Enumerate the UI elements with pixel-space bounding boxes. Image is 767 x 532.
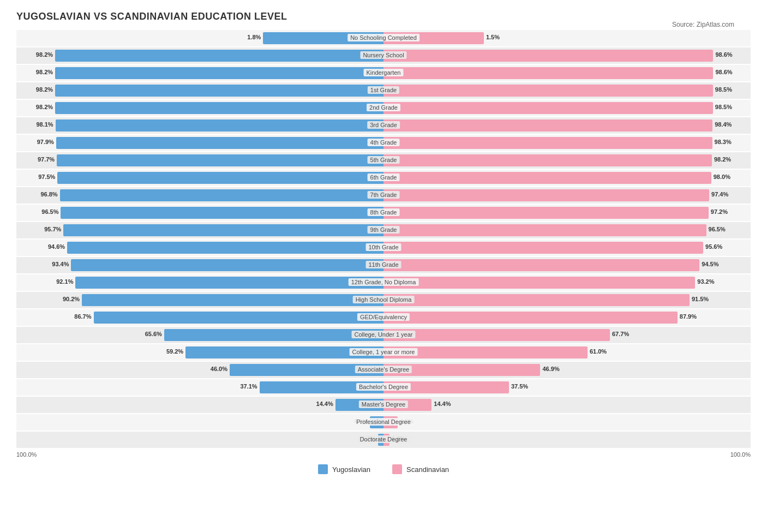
bar-value-left: 92.1% <box>56 278 73 285</box>
bar-label: Nursery School <box>360 51 406 59</box>
bar-label: 4th Grade <box>368 139 400 146</box>
bar-label: Doctorate Degree <box>357 435 410 443</box>
bar-label: 12th Grade, No Diploma <box>349 278 419 286</box>
bar-value-left: 98.2% <box>36 69 53 75</box>
bar-value-left: 37.1% <box>240 383 257 390</box>
bar-value-right: 14.4% <box>434 401 451 407</box>
bar-label: No Schooling Completed <box>347 34 420 41</box>
bar-label: 9th Grade <box>368 226 400 234</box>
bar-value-right: 97.2% <box>711 208 728 215</box>
bar-value-left: 98.2% <box>36 86 53 93</box>
bar-row: 37.1%37.5%Bachelor's Degree <box>16 379 751 396</box>
bar-value-left: 97.9% <box>37 139 54 145</box>
bar-value-right: 87.9% <box>680 313 697 320</box>
bar-value-left: 98.1% <box>36 121 53 128</box>
bar-row: 1.8%1.5%No Schooling Completed <box>16 30 751 46</box>
legend-item-left: Yugoslavian <box>318 464 370 474</box>
bar-value-left: 1.8% <box>247 34 261 40</box>
bar-value-left: 59.2% <box>166 348 183 355</box>
bar-value-right: 46.9% <box>542 366 559 372</box>
bar-row: 97.9%98.3%4th Grade <box>16 135 751 151</box>
bar-row: 59.2%61.0%College, 1 year or more <box>16 344 751 361</box>
legend-label-right: Scandinavian <box>406 465 449 474</box>
bar-label: 10th Grade <box>365 243 401 251</box>
bar-value-right: 98.5% <box>715 104 732 110</box>
bar-value-left: 97.5% <box>38 174 55 180</box>
bar-label: Master's Degree <box>359 401 408 408</box>
bar-label: 6th Grade <box>368 174 400 181</box>
bar-label: College, 1 year or more <box>350 348 418 356</box>
bar-row: 97.7%98.2%5th Grade <box>16 152 751 169</box>
legend-label-left: Yugoslavian <box>332 465 370 474</box>
bar-value-right: 98.6% <box>715 69 732 75</box>
bar-value-left: 86.7% <box>74 313 91 320</box>
bar-value-right: 98.5% <box>715 86 732 93</box>
legend: Yugoslavian Scandinavian <box>16 464 751 474</box>
bar-value-left: 46.0% <box>211 366 227 372</box>
bar-value-right: 91.5% <box>692 296 709 302</box>
bar-row: 46.0%46.9%Associate's Degree <box>16 362 751 378</box>
bar-row: 1.7%1.8%Doctorate Degree <box>16 432 751 448</box>
legend-box-left <box>318 464 328 474</box>
axis-labels: 100.0% 100.0% <box>16 451 751 458</box>
bar-value-left: 97.7% <box>38 156 55 163</box>
bar-value-left: 90.2% <box>63 296 80 302</box>
bar-label: 11th Grade <box>365 261 401 268</box>
chart-container: 1.8%1.5%No Schooling Completed98.2%98.6%… <box>16 30 751 448</box>
bar-label: 8th Grade <box>368 208 400 216</box>
bar-row: 98.1%98.4%3rd Grade <box>16 117 751 134</box>
bar-value-left: 98.2% <box>36 104 53 110</box>
bar-row: 98.2%98.5%2nd Grade <box>16 100 751 116</box>
bar-row: 65.6%67.7%College, Under 1 year <box>16 327 751 343</box>
bar-row: 90.2%91.5%High School Diploma <box>16 292 751 308</box>
bar-label: Professional Degree <box>353 418 414 426</box>
bar-value-left: 93.4% <box>52 261 69 267</box>
bar-value-left: 98.2% <box>36 51 53 58</box>
bar-label: GED/Equivalency <box>357 313 410 321</box>
bar-value-right: 94.5% <box>702 261 718 267</box>
bar-value-left: 96.8% <box>40 191 57 198</box>
bar-value-right: 1.5% <box>486 34 500 40</box>
bar-label: 1st Grade <box>368 86 399 94</box>
bar-row: 95.7%96.5%9th Grade <box>16 222 751 238</box>
bar-value-left: 96.5% <box>41 208 58 215</box>
bar-row: 14.4%14.4%Master's Degree <box>16 397 751 413</box>
bar-value-right: 98.0% <box>714 174 730 180</box>
bar-label: Associate's Degree <box>355 366 412 373</box>
bar-value-right: 67.7% <box>612 331 629 337</box>
chart-title: YUGOSLAVIAN VS SCANDINAVIAN EDUCATION LE… <box>16 11 751 22</box>
bar-row: 98.2%98.6%Kindergarten <box>16 65 751 81</box>
legend-box-right <box>392 464 402 474</box>
bar-row: 86.7%87.9%GED/Equivalency <box>16 309 751 326</box>
bar-row: 97.5%98.0%6th Grade <box>16 170 751 186</box>
bar-row: 92.1%93.2%12th Grade, No Diploma <box>16 274 751 291</box>
bar-row: 96.5%97.2%8th Grade <box>16 205 751 221</box>
bar-value-left: 94.6% <box>48 243 65 250</box>
bar-value-right: 95.6% <box>705 243 722 250</box>
bar-label: High School Diploma <box>353 296 415 303</box>
bar-label: Bachelor's Degree <box>356 383 411 391</box>
bar-value-right: 93.2% <box>697 278 714 285</box>
bar-value-right: 97.4% <box>711 191 728 198</box>
bar-value-left: 65.6% <box>145 331 162 337</box>
axis-left: 100.0% <box>16 451 37 458</box>
axis-right: 100.0% <box>730 451 751 458</box>
bar-label: 5th Grade <box>368 156 400 164</box>
bar-label: 3rd Grade <box>367 121 400 129</box>
bar-value-right: 37.5% <box>511 383 528 390</box>
bar-label: Kindergarten <box>364 69 404 76</box>
bar-label: College, Under 1 year <box>351 331 415 338</box>
bar-value-right: 96.5% <box>709 226 726 232</box>
source-label: Source: ZipAtlas.com <box>672 21 734 28</box>
bar-row: 96.8%97.4%7th Grade <box>16 187 751 204</box>
bar-value-right: 98.4% <box>715 121 732 128</box>
bar-label: 7th Grade <box>368 191 400 199</box>
bar-row: 4.1%4.2%Professional Degree <box>16 414 751 431</box>
bar-row: 98.2%98.6%Nursery School <box>16 47 751 64</box>
bar-value-left: 95.7% <box>44 226 61 232</box>
bar-value-right: 98.2% <box>714 156 731 163</box>
bar-value-right: 98.3% <box>715 139 732 145</box>
legend-item-right: Scandinavian <box>392 464 449 474</box>
bar-value-right: 61.0% <box>590 348 607 355</box>
bar-row: 93.4%94.5%11th Grade <box>16 257 751 273</box>
